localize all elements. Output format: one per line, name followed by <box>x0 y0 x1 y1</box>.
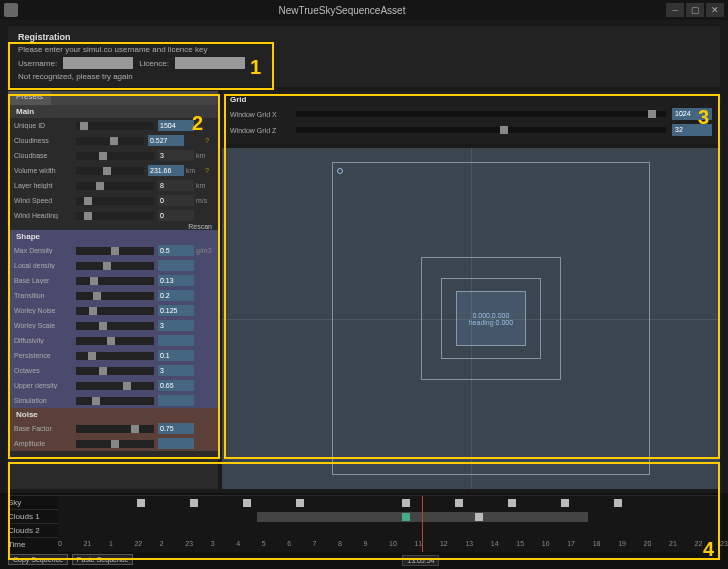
licence-input[interactable] <box>175 57 245 69</box>
help-icon[interactable]: ? <box>202 136 212 145</box>
prop-label: Cloudbase <box>14 152 72 159</box>
grid-z-slider[interactable] <box>296 127 666 133</box>
prop-value[interactable]: 0 <box>158 210 194 221</box>
prop-value[interactable]: 3 <box>158 365 194 376</box>
prop-slider[interactable] <box>76 182 154 190</box>
prop-value[interactable]: 0.5 <box>158 245 194 256</box>
prop-value[interactable]: 3 <box>158 320 194 331</box>
prop-value[interactable] <box>158 438 194 449</box>
prop-slider[interactable] <box>76 440 154 448</box>
presets-tab[interactable]: Presets <box>8 91 51 105</box>
keyframe[interactable] <box>475 513 483 521</box>
prop-row: Persistence0.1 <box>8 348 218 363</box>
prop-slider[interactable] <box>76 322 154 330</box>
keyframe[interactable] <box>296 499 304 507</box>
prop-value[interactable]: 3 <box>158 150 194 161</box>
prop-slider[interactable] <box>76 137 144 145</box>
prop-value[interactable]: 0.13 <box>158 275 194 286</box>
help-icon[interactable]: ? <box>202 166 212 175</box>
keyframe[interactable] <box>561 499 569 507</box>
time-tick: 0 <box>58 540 62 547</box>
prop-slider[interactable] <box>76 367 154 375</box>
prop-value[interactable]: 1504 <box>158 120 194 131</box>
time-tick: 7 <box>313 540 317 547</box>
time-ruler[interactable]: 13:05:54 0211222233456789101112131415161… <box>58 538 720 552</box>
keyframe[interactable] <box>137 499 145 507</box>
prop-value[interactable] <box>158 335 194 346</box>
timeline-track[interactable]: Sky <box>8 495 720 509</box>
prop-label: Cloudiness <box>14 137 72 144</box>
prop-value[interactable]: 0.2 <box>158 290 194 301</box>
keyframe[interactable] <box>508 499 516 507</box>
viewport[interactable]: 0.000,0.000 heading 0.000 <box>222 148 720 489</box>
keyframe[interactable] <box>402 513 410 521</box>
prop-row: Layer height8km <box>8 178 218 193</box>
keyframe[interactable] <box>614 499 622 507</box>
prop-value[interactable]: 0.75 <box>158 423 194 434</box>
prop-label: Amplitude <box>14 440 72 447</box>
track-lane[interactable] <box>58 510 720 524</box>
viewport-pos-label: 0.000,0.000 heading 0.000 <box>446 312 536 326</box>
copy-sequence-button[interactable]: Copy Sequence <box>8 554 68 565</box>
prop-slider[interactable] <box>76 337 154 345</box>
prop-value[interactable]: 8 <box>158 180 194 191</box>
annotation-1: 1 <box>250 56 261 79</box>
prop-value[interactable]: 0.1 <box>158 350 194 361</box>
prop-label: Upper density <box>14 382 72 389</box>
prop-slider[interactable] <box>76 352 154 360</box>
prop-value[interactable] <box>158 395 194 406</box>
username-input[interactable] <box>63 57 133 69</box>
prop-slider[interactable] <box>76 382 154 390</box>
prop-value[interactable]: 0.527 <box>148 135 184 146</box>
prop-slider[interactable] <box>76 277 154 285</box>
registration-desc: Please enter your simul.co username and … <box>18 45 710 54</box>
timeline-track[interactable]: Clouds 1 <box>8 509 720 523</box>
prop-label: Diffusivity <box>14 337 72 344</box>
prop-label: Volume width <box>14 167 72 174</box>
prop-slider[interactable] <box>76 122 154 130</box>
minimize-button[interactable]: – <box>666 3 684 17</box>
time-tick: 11 <box>414 540 422 547</box>
prop-row: Simulation <box>8 393 218 408</box>
prop-value[interactable]: 0.125 <box>158 305 194 316</box>
prop-slider[interactable] <box>76 307 154 315</box>
close-button[interactable]: ✕ <box>706 3 724 17</box>
paste-sequence-button[interactable]: Paste Sequence <box>72 554 133 565</box>
keyframe[interactable] <box>402 499 410 507</box>
track-lane[interactable] <box>58 496 720 510</box>
prop-value[interactable]: 0 <box>158 195 194 206</box>
prop-slider[interactable] <box>76 247 154 255</box>
prop-label: Octaves <box>14 367 72 374</box>
prop-label: Wind Heading <box>14 212 72 219</box>
prop-row: Wind Speed0m/s <box>8 193 218 208</box>
track-label: Clouds 1 <box>8 512 58 521</box>
prop-slider[interactable] <box>76 425 154 433</box>
prop-slider[interactable] <box>76 397 154 405</box>
maximize-button[interactable]: ▢ <box>686 3 704 17</box>
keyframe[interactable] <box>243 499 251 507</box>
prop-slider[interactable] <box>76 292 154 300</box>
keyframe[interactable] <box>455 499 463 507</box>
time-tick: 13 <box>465 540 473 547</box>
grid-x-slider[interactable] <box>296 111 666 117</box>
prop-slider[interactable] <box>76 167 144 175</box>
prop-slider[interactable] <box>76 212 154 220</box>
timeline-track[interactable]: Clouds 2 <box>8 523 720 537</box>
prop-slider[interactable] <box>76 152 154 160</box>
prop-row: Local density <box>8 258 218 273</box>
prop-value[interactable] <box>158 260 194 271</box>
keyframe[interactable] <box>190 499 198 507</box>
time-tick: 21 <box>83 540 91 547</box>
rescan-button[interactable]: Rescan <box>8 223 218 230</box>
prop-slider[interactable] <box>76 262 154 270</box>
track-lane[interactable] <box>58 524 720 538</box>
prop-slider[interactable] <box>76 197 154 205</box>
grid-x-label: Window Grid X <box>230 111 290 118</box>
prop-value[interactable]: 0.65 <box>158 380 194 391</box>
prop-label: Max Density <box>14 247 72 254</box>
prop-row: Unique ID1504 <box>8 118 218 133</box>
prop-value[interactable]: 231.66 <box>148 165 184 176</box>
time-tick: 9 <box>364 540 368 547</box>
main-section-header: Main <box>8 105 218 118</box>
prop-label: Wind Speed <box>14 197 72 204</box>
